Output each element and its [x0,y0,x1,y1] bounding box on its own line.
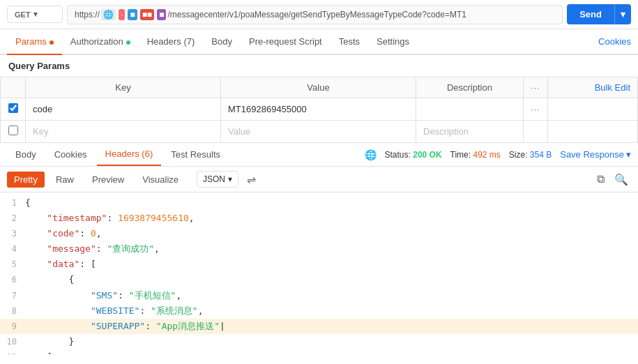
auth-dot [126,40,130,45]
save-response-button[interactable]: Save Response ▾ [560,149,631,160]
row1-key[interactable]: code [26,98,221,121]
send-arrow: ▾ [614,4,631,24]
response-status: 🌐 Status: 200 OK Time: 492 ms Size: 354 … [365,149,632,160]
row2-key[interactable]: Key [26,121,221,143]
copy-icon[interactable]: ⧉ [594,172,607,187]
resp-tab-cookies[interactable]: Cookies [46,144,96,165]
col-bulk-edit: Bulk Edit [547,77,637,98]
cookies-link[interactable]: Cookies [598,36,631,47]
tab-params[interactable]: Params [7,29,62,55]
code-line-2: 2 "timestamp": 1693879455610, [0,211,638,226]
table-row: code MT1692869455000 ··· [1,98,638,121]
resp-tab-test-results[interactable]: Test Results [162,144,229,165]
tab-headers[interactable]: Headers (7) [139,29,204,54]
url-bar: GET ▾ https://🌐·■■■■/messagecenter/v1/po… [0,0,638,29]
status-value: 200 OK [413,150,441,160]
globe-icon: 🌐 [365,149,377,160]
time-value: 492 ms [473,150,500,160]
row2-check-cell [1,121,26,143]
row2-checkbox[interactable] [8,126,18,135]
fmt-tab-preview[interactable]: Preview [85,172,131,188]
row1-description[interactable] [416,98,524,121]
col-value: Value [221,77,416,98]
code-line-7: 7 "SMS": "手机短信", [0,288,638,303]
send-button[interactable]: Send ▾ [567,4,631,24]
resp-tab-body[interactable]: Body [7,144,45,165]
table-row-placeholder: Key Value Description [1,121,638,143]
tab-authorization[interactable]: Authorization [62,29,139,54]
tab-pre-request[interactable]: Pre-request Script [241,29,331,54]
code-line-11: 11 ] [0,349,638,354]
query-params-title: Query Params [0,55,638,77]
tab-tests[interactable]: Tests [331,29,368,54]
response-tabs-row: Body Cookies Headers (6) Test Results 🌐 … [0,143,638,167]
size-label: Size: 354 B [509,150,552,160]
wrap-icon[interactable]: ⇌ [247,173,256,186]
format-bar: Pretty Raw Preview Visualize JSON ▾ ⇌ ⧉ … [0,167,638,192]
row1-value[interactable]: MT1692869455000 [221,98,416,121]
code-line-6: 6 { [0,272,638,287]
time-label: Time: 492 ms [450,150,501,160]
bulk-edit-button[interactable]: Bulk Edit [595,82,630,93]
row2-extra [547,121,637,143]
url-input[interactable]: https://🌐·■■■■/messagecenter/v1/poaMessa… [67,5,563,24]
fmt-tab-raw[interactable]: Raw [49,172,81,188]
tab-body[interactable]: Body [203,29,241,54]
params-dot [50,40,54,45]
resp-tab-headers[interactable]: Headers (6) [97,143,162,166]
row2-description[interactable]: Description [416,121,524,143]
method-label: GET [15,10,31,19]
col-key: Key [26,77,221,98]
code-area[interactable]: 1 { 2 "timestamp": 1693879455610, 3 "cod… [0,192,638,354]
fmt-tab-pretty[interactable]: Pretty [7,172,45,188]
search-icon[interactable]: 🔍 [612,172,631,188]
row1-check-cell [1,98,26,121]
row2-dots [523,121,547,143]
params-table: Key Value Description ··· Bulk Edit code… [0,77,638,143]
row1-dots: ··· [523,98,547,121]
code-line-8: 8 "WEBSITE": "系统消息", [0,303,638,319]
col-dots: ··· [523,77,547,98]
status-label: Status: 200 OK [385,150,442,160]
send-label: Send [567,4,614,24]
tab-settings[interactable]: Settings [368,29,418,54]
col-check [1,77,26,98]
method-select[interactable]: GET ▾ [7,6,63,23]
col-description: Description [416,77,524,98]
code-line-5: 5 "data": [ [0,257,638,272]
fmt-tab-visualize[interactable]: Visualize [135,172,185,188]
code-line-4: 4 "message": "查询成功", [0,241,638,257]
json-format-select[interactable]: JSON ▾ [197,171,238,188]
method-arrow: ▾ [33,10,38,19]
url-text: https://🌐·■■■■/messagecenter/v1/poaMessa… [75,10,466,20]
code-line-9: 9 "SUPERAPP": "App消息推送"| [0,319,638,334]
tabs-row: Params Authorization Headers (7) Body Pr… [0,29,638,55]
code-line-3: 3 "code": 0, [0,226,638,241]
code-line-1: 1 { [0,195,638,211]
row1-checkbox[interactable] [8,103,18,113]
code-line-10: 10 } [0,334,638,349]
size-value: 354 B [530,150,552,160]
row2-value[interactable]: Value [221,121,416,143]
row1-extra [547,98,637,121]
